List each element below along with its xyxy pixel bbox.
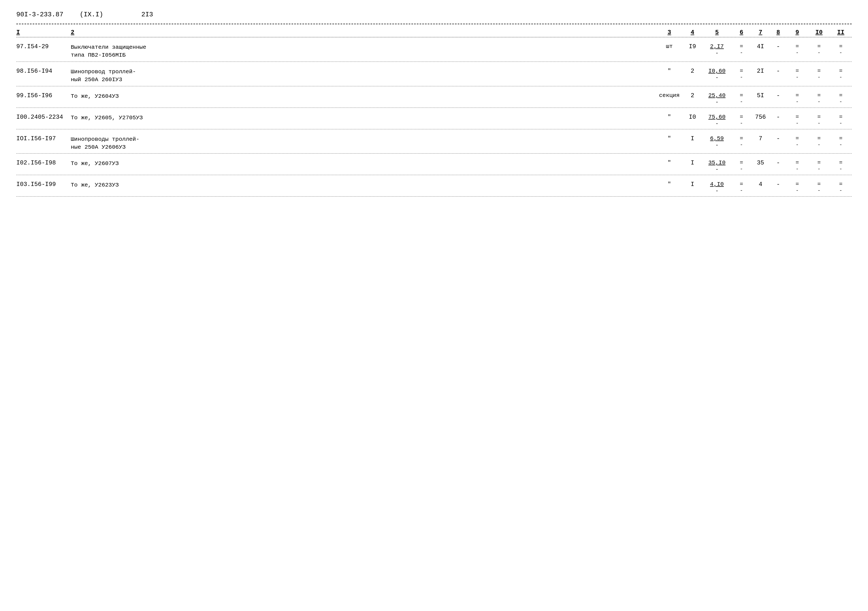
row-description: Шинопроводы троллей- ные 250А У2606УЗ xyxy=(71,135,656,151)
row-id: IOI.I56-I97 xyxy=(16,135,71,142)
table-row: 97.I54-29 Выключатели защищенные типа ПВ… xyxy=(16,37,852,62)
row-description: Шинопровод троллей- ный 250А 260IУ3 xyxy=(71,68,656,84)
row-col8: - xyxy=(770,160,786,166)
table-row: 99.I56-I96 То же, У2604УЗ секция 2 25,40… xyxy=(16,86,852,108)
row-quantity: I xyxy=(683,160,702,166)
col-header-7: 7 xyxy=(751,29,770,36)
row-price: 4,I0 - xyxy=(702,181,732,194)
row-col6: = - xyxy=(732,135,751,147)
row-id: 99.I56-I96 xyxy=(16,92,71,99)
top-divider xyxy=(16,24,852,24)
row-col7: 4 xyxy=(751,181,770,188)
row-unit: " xyxy=(656,181,683,187)
row-id: 98.I56-I94 xyxy=(16,68,71,74)
header: 90I-3-233.87 (IX.I) 2I3 xyxy=(16,11,852,18)
col-header-1: I xyxy=(16,29,71,36)
row-col10: = - xyxy=(808,92,830,105)
row-id: I03.I56-I99 xyxy=(16,181,71,188)
row-description: То же, У2607УЗ xyxy=(71,160,656,167)
col-header-2: 2 xyxy=(71,29,656,36)
row-col9: = - xyxy=(786,135,808,147)
row-unit: " xyxy=(656,135,683,141)
table-row: I03.I56-I99 То же, У2623УЗ " I 4,I0 - = … xyxy=(16,175,852,197)
row-description: Выключатели защищенные типа ПВ2-I056МIБ xyxy=(71,43,656,59)
row-quantity: 2 xyxy=(683,68,702,74)
row-col10: = - xyxy=(808,135,830,147)
row-quantity: I9 xyxy=(683,43,702,50)
col-header-9: 9 xyxy=(786,29,808,36)
row-price: 75,60 - xyxy=(702,114,732,127)
page-number: 2I3 xyxy=(141,11,153,18)
row-col6: = - xyxy=(732,92,751,105)
table-row: I02.I56-I98 То же, У2607УЗ " I 35,I0 - =… xyxy=(16,154,852,175)
column-headers: I 2 3 4 5 6 7 8 9 I0 II xyxy=(16,27,852,37)
doc-code: 90I-3-233.87 xyxy=(16,11,64,18)
row-col9: = - xyxy=(786,68,808,80)
row-col10: = - xyxy=(808,160,830,172)
row-description: То же, У2623УЗ xyxy=(71,181,656,189)
row-col11: = - xyxy=(830,114,852,126)
row-price: 2,I7 - xyxy=(702,43,732,56)
row-col10: = - xyxy=(808,181,830,193)
row-col7: 5I xyxy=(751,92,770,99)
row-col11: = - xyxy=(830,135,852,147)
col-header-8: 8 xyxy=(770,29,786,36)
row-description: То же, У2604УЗ xyxy=(71,92,656,100)
row-quantity: I xyxy=(683,135,702,142)
row-col6: = - xyxy=(732,43,751,56)
table-row: I00.2405-2234 То же, У2605, У2705УЗ " I0… xyxy=(16,108,852,129)
row-description: То же, У2605, У2705УЗ xyxy=(71,114,656,122)
col-header-4: 4 xyxy=(683,29,702,36)
row-id: I02.I56-I98 xyxy=(16,160,71,166)
col-header-11: II xyxy=(830,29,852,36)
row-col10: = - xyxy=(808,68,830,80)
row-id: I00.2405-2234 xyxy=(16,114,71,121)
row-price: 25,40 - xyxy=(702,92,732,105)
row-col9: = - xyxy=(786,114,808,126)
row-price: 35,I0 - xyxy=(702,160,732,173)
row-col7: 35 xyxy=(751,160,770,166)
row-col10: = - xyxy=(808,43,830,56)
row-col8: - xyxy=(770,114,786,121)
row-unit: " xyxy=(656,114,683,120)
row-unit: " xyxy=(656,68,683,74)
row-unit: " xyxy=(656,160,683,166)
row-col9: = - xyxy=(786,92,808,105)
row-col11: = - xyxy=(830,43,852,56)
row-col11: = - xyxy=(830,68,852,80)
row-col7: 7 xyxy=(751,135,770,142)
col-header-6: 6 xyxy=(732,29,751,36)
row-col7: 4I xyxy=(751,43,770,50)
row-col6: = - xyxy=(732,181,751,193)
row-col7: 756 xyxy=(751,114,770,121)
row-col6: = - xyxy=(732,114,751,126)
col-header-3: 3 xyxy=(656,29,683,36)
row-col6: = - xyxy=(732,160,751,172)
table-row: IOI.I56-I97 Шинопроводы троллей- ные 250… xyxy=(16,129,852,154)
row-col11: = - xyxy=(830,92,852,105)
row-col8: - xyxy=(770,135,786,142)
row-quantity: 2 xyxy=(683,92,702,99)
row-col11: = - xyxy=(830,181,852,193)
row-unit: секция xyxy=(656,92,683,99)
row-col10: = - xyxy=(808,114,830,126)
table-row: 98.I56-I94 Шинопровод троллей- ный 250А … xyxy=(16,62,852,86)
table-body: 97.I54-29 Выключатели защищенные типа ПВ… xyxy=(16,37,852,197)
row-id: 97.I54-29 xyxy=(16,43,71,50)
row-col9: = - xyxy=(786,181,808,193)
col-header-5: 5 xyxy=(702,29,732,36)
row-price: I0,60 - xyxy=(702,68,732,81)
header-paren: (IX.I) xyxy=(80,11,103,18)
row-col7: 2I xyxy=(751,68,770,74)
row-price: 6,59 - xyxy=(702,135,732,148)
row-col9: = - xyxy=(786,43,808,56)
row-quantity: I xyxy=(683,181,702,188)
row-col8: - xyxy=(770,92,786,99)
row-col8: - xyxy=(770,68,786,74)
row-col8: - xyxy=(770,43,786,50)
row-col11: = - xyxy=(830,160,852,172)
row-col8: - xyxy=(770,181,786,188)
row-col6: = - xyxy=(732,68,751,80)
row-col9: = - xyxy=(786,160,808,172)
row-quantity: I0 xyxy=(683,114,702,121)
